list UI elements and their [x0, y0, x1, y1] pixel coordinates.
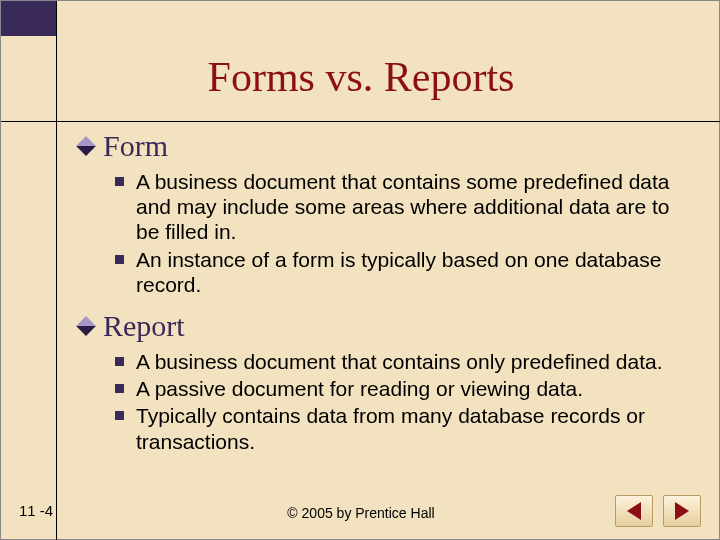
nav-buttons: [615, 495, 701, 527]
list-item: A passive document for reading or viewin…: [115, 376, 689, 401]
copyright-text: © 2005 by Prentice Hall: [1, 505, 720, 521]
list-item: A business document that contains some p…: [115, 169, 689, 245]
next-slide-button[interactable]: [663, 495, 701, 527]
triangle-left-icon: [627, 502, 641, 520]
slide-body: Form A business document that contains s…: [79, 129, 689, 456]
list-item: An instance of a form is typically based…: [115, 247, 689, 297]
bullet-text: A business document that contains some p…: [136, 169, 689, 245]
square-bullet-icon: [115, 384, 124, 393]
bullet-text: A passive document for reading or viewin…: [136, 376, 583, 401]
bullet-text: An instance of a form is typically based…: [136, 247, 689, 297]
list-item: Typically contains data from many databa…: [115, 403, 689, 453]
prev-slide-button[interactable]: [615, 495, 653, 527]
square-bullet-icon: [115, 177, 124, 186]
square-bullet-icon: [115, 255, 124, 264]
diamond-bullet-icon: [79, 139, 93, 153]
triangle-right-icon: [675, 502, 689, 520]
slide-title: Forms vs. Reports: [1, 53, 720, 101]
slide: Forms vs. Reports Form A business docume…: [0, 0, 720, 540]
horizontal-rule: [1, 121, 720, 122]
square-bullet-icon: [115, 411, 124, 420]
bullet-text: Typically contains data from many databa…: [136, 403, 689, 453]
bullet-text: A business document that contains only p…: [136, 349, 663, 374]
diamond-bullet-icon: [79, 319, 93, 333]
square-bullet-icon: [115, 357, 124, 366]
heading-text: Report: [103, 309, 185, 343]
section-heading-report: Report: [79, 309, 689, 343]
section-heading-form: Form: [79, 129, 689, 163]
heading-text: Form: [103, 129, 168, 163]
list-item: A business document that contains only p…: [115, 349, 689, 374]
